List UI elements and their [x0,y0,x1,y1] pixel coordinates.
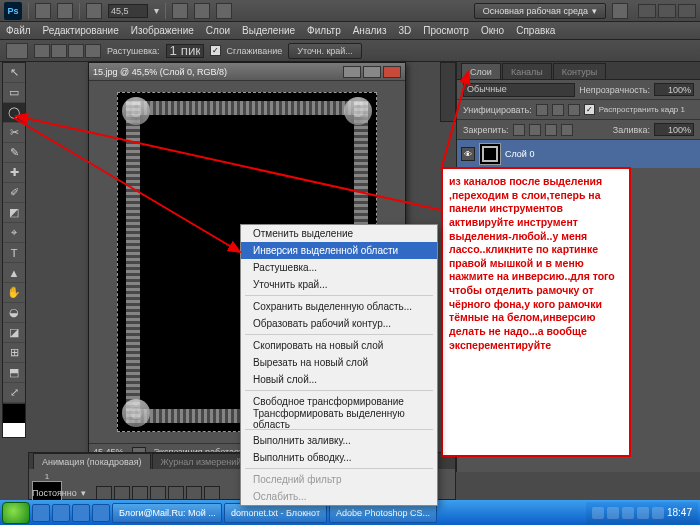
unify-pos-icon[interactable] [536,104,548,116]
tab-paths[interactable]: Контуры [553,63,606,79]
minibridge-icon[interactable] [57,3,73,19]
bridge-icon[interactable] [35,3,51,19]
fill-input[interactable] [654,123,694,136]
start-button[interactable] [2,502,30,524]
doc-max-button[interactable] [363,66,381,78]
tool-blur[interactable]: ✋ [3,283,25,303]
tray-icon[interactable] [637,507,649,519]
tray-icon[interactable] [652,507,664,519]
tool-move[interactable]: ↖ [3,63,25,83]
tool-pen[interactable]: ◪ [3,323,25,343]
cm-refine[interactable]: Уточнить край... [241,276,437,293]
tool-stamp[interactable]: ⌖ [3,223,25,243]
repeat-dropdown[interactable]: Постоянно [32,488,77,498]
workspace-switcher[interactable]: Основная рабочая среда ▾ [474,3,606,19]
cm-make-path[interactable]: Образовать рабочий контур... [241,315,437,332]
tab-layers[interactable]: Слои [461,63,501,79]
zoom-input[interactable] [108,4,148,18]
antialias-checkbox[interactable]: ✓ [210,45,221,56]
menu-image[interactable]: Изображение [131,25,194,36]
unify-style-icon[interactable] [568,104,580,116]
opacity-input[interactable] [654,83,694,96]
cs-live-icon[interactable] [612,3,628,19]
menu-view[interactable]: Просмотр [423,25,469,36]
sel-int-icon[interactable] [85,44,101,58]
tab-animation[interactable]: Анимация (покадровая) [33,453,151,469]
tool-type[interactable]: ⊞ [3,343,25,363]
tool-marquee[interactable]: ▭ [3,83,25,103]
tool-eraser[interactable]: T [3,243,25,263]
menu-help[interactable]: Справка [516,25,555,36]
screen-mode-icon[interactable] [216,3,232,19]
arrange-icon[interactable] [194,3,210,19]
tool-brush[interactable]: ◩ [3,203,25,223]
sel-add-icon[interactable] [51,44,67,58]
color-swatch-bg[interactable] [3,423,25,437]
ql-icon[interactable] [32,504,50,522]
taskbar-item[interactable]: Блоги@Mail.Ru: Мой ... [112,503,222,523]
lock-pixels-icon[interactable] [529,124,541,136]
menu-select[interactable]: Выделение [242,25,295,36]
document-titlebar[interactable]: 15.jpg @ 45,5% (Слой 0, RGB/8) [89,63,405,81]
ql-icon[interactable] [72,504,90,522]
anim-tween-button[interactable] [168,486,184,500]
lasso-preset-icon[interactable] [6,43,28,59]
tray-icon[interactable] [622,507,634,519]
tool-eyedrop[interactable]: ‎✚ [3,163,25,183]
tray-icon[interactable] [592,507,604,519]
menu-window[interactable]: Окно [481,25,504,36]
layer-thumbnail[interactable] [479,143,501,165]
lock-trans-icon[interactable] [513,124,525,136]
anim-first-button[interactable] [96,486,112,500]
cm-stroke[interactable]: Выполнить обводку... [241,449,437,466]
anim-del-button[interactable] [204,486,220,500]
cm-save-sel[interactable]: Сохранить выделенную область... [241,298,437,315]
refine-edge-button[interactable]: Уточн. край... [288,43,362,59]
cm-new-layer[interactable]: Новый слой... [241,371,437,388]
sel-sub-icon[interactable] [68,44,84,58]
menu-file[interactable]: Файл [6,25,31,36]
cm-inverse[interactable]: Инверсия выделенной области [241,242,437,259]
tool-crop[interactable]: ✎ [3,143,25,163]
collapsed-panel-tab[interactable] [440,62,456,122]
cm-transform-sel[interactable]: Трансформировать выделенную область [241,410,437,427]
menu-3d[interactable]: 3D [398,25,411,36]
propagate-checkbox[interactable]: ✓ [584,104,595,115]
tab-measure[interactable]: Журнал измерений [152,453,251,469]
close-button[interactable] [678,4,696,18]
minimize-button[interactable] [638,4,656,18]
hand-tool-icon[interactable] [172,3,188,19]
tool-path[interactable]: ⬒ [3,363,25,383]
anim-prev-button[interactable] [114,486,130,500]
lock-pos-icon[interactable] [545,124,557,136]
visibility-toggle-icon[interactable]: 👁 [461,147,475,161]
tool-dodge[interactable]: ◒ [3,303,25,323]
feather-input[interactable] [166,44,204,58]
maximize-button[interactable] [658,4,676,18]
doc-close-button[interactable] [383,66,401,78]
anim-next-button[interactable] [150,486,166,500]
tool-hand[interactable]: ⤢ [3,383,25,403]
ql-icon[interactable] [92,504,110,522]
unify-vis-icon[interactable] [552,104,564,116]
tab-channels[interactable]: Каналы [502,63,552,79]
cm-deselect[interactable]: Отменить выделение [241,225,437,242]
blend-mode-select[interactable]: Обычные [463,83,575,97]
anim-dup-button[interactable] [186,486,202,500]
anim-play-button[interactable] [132,486,148,500]
menu-filter[interactable]: Фильтр [307,25,341,36]
sel-new-icon[interactable] [34,44,50,58]
tray-icon[interactable] [607,507,619,519]
menu-analysis[interactable]: Анализ [353,25,387,36]
menu-layers[interactable]: Слои [206,25,230,36]
tool-heal[interactable]: ✐ [3,183,25,203]
tool-wand[interactable]: ✂ [3,123,25,143]
clock[interactable]: 18:47 [667,507,692,518]
zoom-tool-icon[interactable] [86,3,102,19]
cm-cut-layer[interactable]: Вырезать на новый слой [241,354,437,371]
layer-item[interactable]: 👁 Слой 0 [457,140,700,168]
color-swatch-fg[interactable] [3,403,25,423]
doc-min-button[interactable] [343,66,361,78]
cm-fill[interactable]: Выполнить заливку... [241,432,437,449]
lock-all-icon[interactable] [561,124,573,136]
